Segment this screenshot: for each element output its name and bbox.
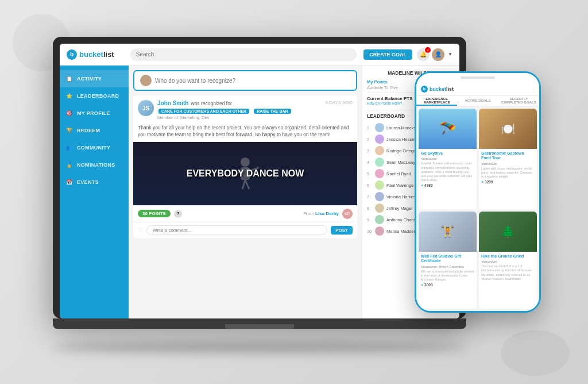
leaderboard-icon: ⭐ bbox=[65, 92, 74, 100]
nominations-icon: 🏅 bbox=[65, 161, 74, 169]
post-recognition-text: was recognized for bbox=[191, 101, 231, 106]
phone-card-desc: Laden with iconic restaurants, terrific … bbox=[481, 167, 535, 179]
logo: b bucketlist bbox=[67, 49, 114, 60]
leaderboard-avatar bbox=[375, 123, 384, 132]
logo-icon: b bbox=[67, 49, 77, 60]
phone-logo: b bucketlist bbox=[421, 86, 454, 93]
price-icon: ≡ bbox=[481, 180, 483, 184]
phone-notch bbox=[416, 73, 539, 82]
price-icon: ≡ bbox=[421, 183, 423, 187]
price-value: 3000 bbox=[424, 283, 432, 287]
badge-raise: RAISE THE BAR bbox=[254, 109, 291, 114]
phone-tab-experience[interactable]: EXPERIENCE MARKETPLACE bbox=[416, 96, 457, 106]
user-avatar[interactable]: 👤 bbox=[432, 48, 444, 61]
recognition-user-avatar bbox=[140, 75, 152, 86]
from-name: Lisa Darby bbox=[315, 211, 339, 216]
phone-card[interactable]: 🍽️ Gastronomic Gastown Food Tour Vancouv… bbox=[479, 109, 537, 209]
notification-icon[interactable]: 🔔 2 bbox=[417, 48, 430, 61]
phone-card-desc: The Grouse GrindTM is a 2.9 kilometre tr… bbox=[481, 264, 535, 281]
redeem-icon: 🏆 bbox=[65, 126, 74, 135]
svg-line-4 bbox=[242, 180, 245, 189]
phone-card-location: Vancouver bbox=[481, 162, 535, 166]
phone-screen: b bucketlist EXPERIENCE MARKETPLACE ACTI… bbox=[416, 82, 539, 311]
laptop-base bbox=[53, 318, 466, 329]
leaderboard-rank: 1 bbox=[367, 126, 373, 130]
events-icon: 📅 bbox=[65, 178, 74, 186]
sidebar-item-label: NOMINATIONS bbox=[77, 162, 115, 168]
recognition-input[interactable] bbox=[155, 78, 350, 84]
phone-card-image: 🏋️ bbox=[419, 212, 477, 252]
leaderboard-avatar bbox=[375, 181, 384, 190]
phone-card-image: 🪂 bbox=[419, 109, 477, 149]
phone-tab-active[interactable]: ACTIVE GOALS bbox=[457, 96, 498, 106]
sidebar-item-label: EVENTS bbox=[77, 179, 99, 185]
phone-card-price: ≡ 3295 bbox=[481, 180, 535, 184]
heart-icon[interactable]: ♡ bbox=[138, 227, 143, 233]
leaderboard-avatar bbox=[375, 135, 384, 144]
phone: b bucketlist EXPERIENCE MARKETPLACE ACTI… bbox=[415, 71, 541, 313]
sidebar-item-leaderboard[interactable]: ⭐ LEADERBOARD bbox=[60, 87, 129, 105]
sidebar-item-events[interactable]: 📅 EVENTS bbox=[60, 174, 129, 191]
phone-card[interactable]: 🏋️ Well Fed Studios Gift Certificate Van… bbox=[419, 212, 477, 309]
phone-card-image: 🍽️ bbox=[479, 109, 537, 149]
phone-card-title: Go Skydive bbox=[421, 151, 474, 156]
activity-icon: 📋 bbox=[65, 75, 74, 83]
from-text: From Lisa Darby bbox=[303, 211, 339, 216]
dropdown-arrow-icon[interactable]: ▼ bbox=[448, 52, 452, 57]
phone-card-body: Go Skydive Vancouver Freefall Tandem is … bbox=[419, 149, 477, 209]
price-icon: ≡ bbox=[421, 283, 423, 287]
sidebar-item-my-profile[interactable]: 🎯 MY PROFILE bbox=[60, 105, 129, 122]
main-area: 📋 ACTIVITY ⭐ LEADERBOARD 🎯 MY PROFILE bbox=[60, 66, 459, 318]
phone-card-location: Vancouver, British Columbia bbox=[421, 265, 474, 268]
profile-icon: 🎯 bbox=[65, 109, 74, 117]
sidebar-item-label: MY PROFILE bbox=[77, 110, 110, 116]
leaderboard-avatar bbox=[375, 226, 384, 236]
phone-card[interactable]: 🌲 Hike the Grouse Grind Vancouver The Gr… bbox=[479, 212, 537, 309]
badge-care: CARE FOR CUSTOMERS AND EACH OTHER bbox=[158, 109, 249, 114]
leaderboard-rank: 3 bbox=[367, 149, 373, 153]
post-info: John Smith was recognized for CARE FOR C… bbox=[157, 100, 322, 120]
comment-input[interactable] bbox=[146, 225, 327, 235]
sidebar-item-redeem[interactable]: 🏆 REDEEM bbox=[60, 122, 129, 139]
leaderboard-avatar bbox=[375, 203, 384, 213]
phone-card-grid: 🪂 Go Skydive Vancouver Freefall Tandem i… bbox=[416, 106, 539, 311]
from-avatar: LD bbox=[342, 209, 353, 219]
logo-text: bucketlist bbox=[79, 50, 114, 59]
sidebar-item-activity[interactable]: 📋 ACTIVITY bbox=[60, 70, 129, 87]
price-value: 4980 bbox=[424, 183, 432, 187]
phone-tab-completed[interactable]: RECENTLY COMPLETED GOALS bbox=[498, 96, 539, 106]
post-author-name: John Smith bbox=[157, 100, 188, 106]
search-input[interactable] bbox=[130, 48, 357, 61]
phone-card-price: ≡ 4980 bbox=[421, 183, 474, 187]
phone-card-body: Gastronomic Gastown Food Tour Vancouver … bbox=[479, 149, 537, 209]
post-timestamp: 3 DAYS AGO bbox=[326, 100, 353, 105]
sidebar-item-label: ACTIVITY bbox=[77, 76, 102, 82]
phone-card[interactable]: 🪂 Go Skydive Vancouver Freefall Tandem i… bbox=[419, 109, 477, 209]
points-info-icon[interactable]: ? bbox=[174, 210, 182, 218]
bg-decoration-2 bbox=[501, 330, 570, 376]
scene: b bucketlist CREATE GOAL 🔔 2 bbox=[36, 25, 552, 359]
leaderboard-avatar bbox=[375, 215, 384, 224]
post-author-avatar: JS bbox=[138, 100, 154, 116]
phone-notch-bar bbox=[461, 76, 495, 79]
top-bar: b bucketlist CREATE GOAL 🔔 2 bbox=[60, 44, 459, 66]
post-comment-button[interactable]: POST bbox=[331, 226, 353, 235]
post-image-text: EVERYBODY DANCE NOW bbox=[187, 168, 304, 179]
sidebar-item-label: LEADERBOARD bbox=[77, 93, 119, 99]
sidebar-item-label: COMMUNITY bbox=[77, 145, 110, 151]
feed-post: JS John Smith was recognized for CARE FO… bbox=[133, 95, 357, 238]
post-footer: 30 POINTS ? From Lisa Darby LD bbox=[133, 205, 357, 222]
phone-top-bar: b bucketlist bbox=[416, 82, 539, 96]
leaderboard-rank: 7 bbox=[367, 195, 373, 199]
sidebar-item-nominations[interactable]: 🏅 NOMINATIONS bbox=[60, 156, 129, 174]
sidebar-item-community[interactable]: 👥 COMMUNITY bbox=[60, 139, 129, 156]
comment-bar: ♡ POST bbox=[133, 222, 357, 238]
svg-point-0 bbox=[241, 158, 250, 167]
phone-card-body: Hike the Grouse Grind Vancouver The Grou… bbox=[479, 252, 537, 309]
post-header: JS John Smith was recognized for CARE FO… bbox=[133, 95, 357, 125]
price-value: 3295 bbox=[485, 180, 493, 184]
svg-line-5 bbox=[245, 180, 249, 189]
leaderboard-rank: 4 bbox=[367, 160, 373, 164]
phone-card-body: Well Fed Studios Gift Certificate Vancou… bbox=[419, 252, 477, 309]
create-goal-button[interactable]: CREATE GOAL bbox=[363, 49, 412, 60]
